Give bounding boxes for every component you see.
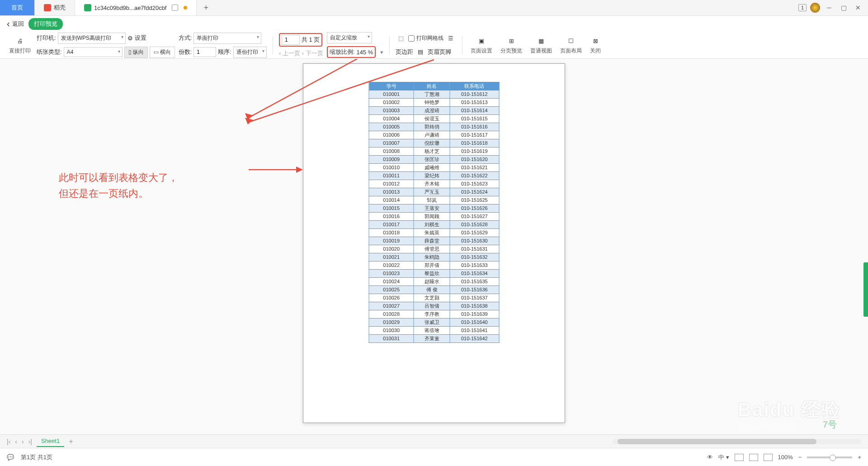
avatar[interactable]	[810, 3, 820, 13]
close-label: 关闭	[590, 47, 601, 55]
side-handle[interactable]	[863, 262, 868, 317]
table-cell: 齐莱童	[414, 335, 449, 343]
table-cell: 齐木铭	[414, 180, 449, 188]
mode-select[interactable]: 单面打印	[193, 33, 261, 44]
tab-add-button[interactable]: +	[197, 0, 215, 15]
zoom-dropdown-icon[interactable]: ▾	[380, 49, 383, 56]
tab-docer[interactable]: 稻壳	[35, 0, 75, 15]
eye-icon[interactable]: 👁	[707, 454, 713, 461]
status-page-info: 第1页 共1页	[21, 453, 52, 461]
minimize-button[interactable]: ─	[824, 2, 835, 13]
ime-icon[interactable]: 中 ▾	[718, 453, 729, 461]
table-cell: 010014	[369, 196, 414, 204]
table-cell: 郭闻顾	[414, 213, 449, 221]
page-setup-button[interactable]: ▣页面设置	[468, 35, 495, 55]
header-footer-button[interactable]: 页眉页脚	[428, 48, 451, 56]
table-cell: 010-151624	[450, 188, 499, 196]
next-page-button[interactable]: › 下一页	[302, 49, 323, 57]
page-break-button[interactable]: ⊞分页预览	[498, 35, 524, 55]
tab-home[interactable]: 首页	[0, 0, 35, 15]
divider	[462, 36, 462, 54]
portrait-icon: ▯	[128, 49, 132, 55]
status-icon: 💬	[7, 454, 14, 461]
table-cell: 黎益欣	[414, 270, 449, 278]
table-cell: 010022	[369, 262, 414, 270]
order-select[interactable]: 逐份打印	[233, 47, 267, 58]
printer-label: 打印机:	[37, 34, 56, 42]
table-cell: 张威卫	[414, 319, 449, 327]
table-cell: 010028	[369, 310, 414, 319]
svg-marker-3	[245, 118, 253, 124]
table-cell: 010002	[369, 99, 414, 107]
copies-label: 份数:	[179, 48, 192, 56]
sheet-add-button[interactable]: +	[69, 437, 73, 446]
table-cell: 010-151620	[450, 156, 499, 164]
table-row: 010030蒋倍璯010-151641	[369, 327, 499, 335]
zoom-ratio-value: 145 %	[356, 49, 373, 56]
table-cell: 010-151618	[450, 139, 499, 147]
direct-print-button[interactable]: 🖨 直接打印	[7, 35, 33, 55]
back-button[interactable]: 返回	[7, 19, 24, 29]
page-input[interactable]	[282, 35, 300, 45]
table-cell: 010-151616	[450, 123, 499, 131]
table-cell: 010012	[369, 180, 414, 188]
margins-button[interactable]: 页边距	[396, 48, 413, 56]
table-header: 学号	[369, 82, 414, 90]
paper-select[interactable]: A4	[64, 47, 123, 57]
scrollbar-thumb[interactable]	[618, 439, 816, 444]
page-layout-button[interactable]: ☐页面布局	[558, 35, 584, 55]
zoom-out-button[interactable]: −	[798, 454, 802, 461]
sheet-prev-button[interactable]: ‹	[15, 438, 17, 445]
table-cell: 010027	[369, 302, 414, 310]
portrait-button[interactable]: ▯纵向	[124, 47, 148, 58]
view-normal-button[interactable]	[735, 454, 744, 461]
landscape-button[interactable]: ▭横向	[150, 47, 175, 58]
close-preview-button[interactable]: ⊠关闭	[588, 35, 603, 55]
table-cell: 010-151635	[450, 278, 499, 286]
zoom-slider[interactable]	[807, 456, 852, 458]
status-bar: 💬 第1页 共1页 👁 中 ▾ 100% − +	[0, 448, 868, 466]
portrait-label: 纵向	[133, 48, 144, 56]
table-row: 010025傅 俊010-151636	[369, 286, 499, 294]
table-cell: 朱嫣英	[414, 229, 449, 237]
printer-select[interactable]: 发送到WPS高级打印	[58, 33, 126, 44]
window-counter[interactable]: 1	[798, 4, 807, 11]
table-cell: 010-151634	[450, 270, 499, 278]
settings-button[interactable]: 设置	[135, 34, 146, 42]
table-row: 010015王落安010-151626	[369, 204, 499, 213]
table-cell: 010025	[369, 286, 414, 294]
close-icon: ⊠	[590, 35, 601, 46]
header-footer-icon: ☰	[445, 33, 456, 44]
sheet-first-button[interactable]: |‹	[7, 438, 10, 445]
copies-input[interactable]	[193, 47, 216, 57]
table-row: 010018朱嫣英010-151629	[369, 229, 499, 237]
horizontal-scrollbar[interactable]	[613, 439, 861, 444]
table-cell: 010003	[369, 107, 414, 115]
table-row: 010021朱鸥隐010-151632	[369, 253, 499, 262]
table-cell: 010020	[369, 245, 414, 253]
sheet-last-button[interactable]: ›|	[28, 438, 32, 445]
table-row: 010027吕智倩010-151638	[369, 302, 499, 310]
table-header: 联系电话	[450, 82, 499, 90]
view-break-button[interactable]	[764, 454, 773, 461]
tab-file-label: 1c34c09bd9b...ae7fdd20cbf	[94, 5, 166, 11]
sheet-next-button[interactable]: ›	[22, 438, 24, 445]
zoom-highlight-box: 缩放比例: 145 %	[327, 46, 376, 58]
sheet-tab[interactable]: Sheet1	[37, 436, 64, 447]
tab-file[interactable]: 1c34c09bd9b...ae7fdd20cbf	[75, 0, 197, 15]
table-cell: 010-151640	[450, 319, 499, 327]
prev-page-button[interactable]: ‹ 上一页	[279, 49, 300, 57]
order-value: 逐份打印	[236, 49, 258, 55]
close-window-button[interactable]: ✕	[853, 2, 863, 13]
normal-view-button[interactable]: ▦普通视图	[528, 35, 554, 55]
view-page-button[interactable]	[749, 454, 758, 461]
zoom-in-button[interactable]: +	[858, 454, 861, 461]
zoom-type-select[interactable]: 自定义缩放	[327, 32, 372, 43]
table-row: 010020傅管思010-151631	[369, 245, 499, 253]
normal-view-label: 普通视图	[530, 47, 552, 55]
table-cell: 010-151629	[450, 229, 499, 237]
gridlines-checkbox[interactable]	[408, 35, 415, 42]
paper-label: 纸张类型:	[37, 48, 62, 56]
maximize-button[interactable]: ▢	[838, 2, 849, 13]
page-highlight-box: 共 1 页	[279, 33, 322, 47]
